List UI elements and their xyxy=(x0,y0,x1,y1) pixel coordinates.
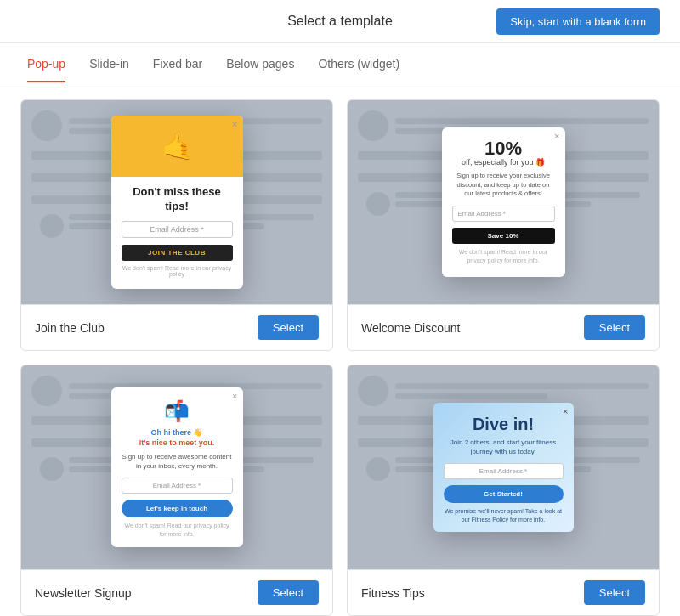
template-name-fitness: Fitness Tips xyxy=(361,586,425,600)
newsletter-desc: Sign up to receive awesome content in yo… xyxy=(122,452,233,471)
wf-line xyxy=(395,383,649,389)
popup-join-modal: × 🤙 Don't miss these tips! Email Address… xyxy=(111,116,243,289)
wf-lines xyxy=(395,383,649,399)
tab-bar: Pop-up Slide-in Fixed bar Below pages Ot… xyxy=(0,43,680,82)
privacy-text: We don't spam! Read more in our privacy … xyxy=(122,265,233,282)
card-footer-join: Join the Club Select xyxy=(21,304,332,350)
popup-newsletter-modal: × 📬 Oh hi there 👋 It's nice to meet you.… xyxy=(111,387,243,547)
tab-slide-in[interactable]: Slide-in xyxy=(89,57,129,82)
card-preview-fitness: × Dive in! Join 2 others, and start your… xyxy=(348,365,659,569)
hand-icon: 🤙 xyxy=(162,132,193,161)
email-input-placeholder[interactable]: Email Address * xyxy=(444,463,564,479)
template-card-newsletter: × 📬 Oh hi there 👋 It's nice to meet you.… xyxy=(20,365,333,616)
spam-text: We don't spam! Read more in our privacy … xyxy=(452,248,555,265)
discount-desc: Sign up to receive your exclusive discou… xyxy=(452,172,555,199)
card-preview-join: × 🤙 Don't miss these tips! Email Address… xyxy=(21,100,332,304)
tab-below-pages[interactable]: Below pages xyxy=(226,57,294,82)
discount-percent: 10% xyxy=(452,139,555,158)
wf-line xyxy=(395,393,547,399)
card-footer-discount: Welcome Discount Select xyxy=(348,304,659,350)
wf-line xyxy=(395,118,649,124)
email-input-placeholder[interactable]: Email Address * xyxy=(122,221,233,238)
wf-circle-sm xyxy=(40,214,64,238)
card-footer-fitness: Fitness Tips Select xyxy=(348,569,659,615)
email-input-placeholder[interactable]: Email Address * xyxy=(452,206,555,222)
wf-circle xyxy=(31,110,62,141)
promise-text: We promise we'll never spam! Take a look… xyxy=(444,507,564,524)
select-button-discount[interactable]: Select xyxy=(584,315,645,340)
newsletter-meet: It's nice to meet you. xyxy=(122,438,233,447)
modal-body: Don't miss these tips! Email Address * J… xyxy=(111,177,243,289)
skip-button[interactable]: Skip, start with a blank form xyxy=(496,8,660,35)
template-card-welcome-discount: × 10% off, especially for you 🎁 Sign up … xyxy=(347,99,660,351)
close-icon[interactable]: × xyxy=(563,406,568,416)
save-button[interactable]: Save 10% xyxy=(452,228,555,244)
template-name-join: Join the Club xyxy=(35,321,105,335)
template-name-discount: Welcome Discount xyxy=(361,321,460,335)
select-button-join[interactable]: Select xyxy=(258,315,319,340)
card-footer-newsletter: Newsletter Signup Select xyxy=(21,569,332,615)
page-title: Select a template xyxy=(287,14,393,29)
modal-hero-image: 🤙 xyxy=(111,116,243,177)
tab-fixed-bar[interactable]: Fixed bar xyxy=(153,57,202,82)
get-started-button[interactable]: Get Started! xyxy=(444,485,564,503)
close-icon[interactable]: × xyxy=(232,119,237,129)
newsletter-greeting: Oh hi there 👋 xyxy=(122,428,233,437)
card-preview-newsletter: × 📬 Oh hi there 👋 It's nice to meet you.… xyxy=(21,365,332,569)
discount-subtitle: off, especially for you 🎁 xyxy=(452,158,555,167)
close-icon[interactable]: × xyxy=(232,391,237,401)
email-input-placeholder[interactable]: Email Address * xyxy=(122,478,233,494)
select-button-newsletter[interactable]: Select xyxy=(258,580,319,605)
tab-popup[interactable]: Pop-up xyxy=(27,57,65,82)
template-name-newsletter: Newsletter Signup xyxy=(35,586,132,600)
template-card-fitness: × Dive in! Join 2 others, and start your… xyxy=(347,365,660,616)
page-header: Select a template Skip, start with a bla… xyxy=(0,0,680,43)
fitness-heading: Dive in! xyxy=(444,415,564,434)
spam-text: We don't spam! Read our privacy policy f… xyxy=(122,522,233,539)
select-button-fitness[interactable]: Select xyxy=(584,580,645,605)
popup-fitness-modal: × Dive in! Join 2 others, and start your… xyxy=(434,403,574,533)
fitness-desc: Join 2 others, and start your fitness jo… xyxy=(444,438,564,456)
popup-discount-modal: × 10% off, especially for you 🎁 Sign up … xyxy=(442,127,565,276)
mail-icon: 📬 xyxy=(122,399,233,423)
wf-circle-sm xyxy=(366,457,390,481)
card-preview-discount: × 10% off, especially for you 🎁 Sign up … xyxy=(348,100,659,304)
join-button[interactable]: JOIN THE CLUB xyxy=(122,245,233,261)
wf-circle-sm xyxy=(366,192,390,216)
wf-circle xyxy=(358,110,388,141)
template-card-join-the-club: × 🤙 Don't miss these tips! Email Address… xyxy=(20,99,333,351)
wf-circle-sm xyxy=(40,457,64,481)
wf-circle xyxy=(31,376,62,406)
tab-others[interactable]: Others (widget) xyxy=(318,57,400,82)
modal-heading: Don't miss these tips! xyxy=(122,185,233,214)
close-icon[interactable]: × xyxy=(554,131,559,141)
keep-in-touch-button[interactable]: Let's keep in touch xyxy=(122,500,233,517)
wf-circle xyxy=(358,376,388,406)
template-grid: × 🤙 Don't miss these tips! Email Address… xyxy=(0,82,680,616)
